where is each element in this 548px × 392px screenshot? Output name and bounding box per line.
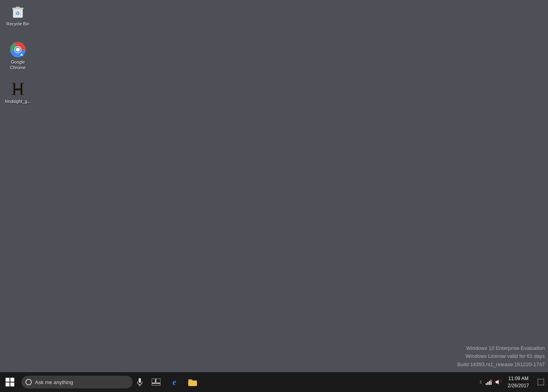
chrome-label: Google Chrome <box>4 59 32 71</box>
watermark-line1: Windows 10 Enterprise Evaluation <box>457 344 545 353</box>
hindsight-icon[interactable]: hindsight_g... <box>2 79 34 106</box>
svg-rect-17 <box>21 94 23 95</box>
system-tray: ⇧ ✕ ✕ 11:09 AM 2/26/2017 <box>477 372 548 392</box>
watermark-line2: Windows License valid for 61 days <box>457 352 545 361</box>
svg-rect-15 <box>12 94 15 95</box>
chrome-image <box>10 42 26 58</box>
volume-icon[interactable]: ✕ <box>494 378 502 386</box>
search-bar[interactable]: Ask me anything <box>21 376 133 388</box>
windows-logo-icon <box>6 378 14 386</box>
clock-date: 2/26/2017 <box>508 382 529 389</box>
svg-rect-26 <box>538 379 544 385</box>
network-icon[interactable]: ✕ <box>485 378 493 386</box>
svg-rect-23 <box>152 384 160 386</box>
svg-rect-2 <box>16 7 20 8</box>
recycle-bin-image: ♻ <box>10 4 26 19</box>
svg-rect-24 <box>188 380 197 386</box>
clock[interactable]: 11:09 AM 2/26/2017 <box>503 372 534 392</box>
svg-point-10 <box>16 48 20 52</box>
recycle-bin-label: Recycle Bin <box>6 21 29 27</box>
action-center-button[interactable] <box>534 372 548 392</box>
svg-rect-21 <box>152 378 155 383</box>
svg-marker-25 <box>496 380 499 384</box>
recycle-bin-icon[interactable]: ♻ Recycle Bin <box>2 2 34 28</box>
search-circle-icon <box>25 379 32 385</box>
search-placeholder-text: Ask me anything <box>35 379 73 385</box>
tray-expand-button[interactable]: ⇧ <box>477 380 484 385</box>
task-view-button[interactable] <box>147 372 165 392</box>
hindsight-label: hindsight_g... <box>5 98 31 104</box>
svg-rect-18 <box>139 378 141 383</box>
svg-rect-14 <box>12 83 15 84</box>
svg-rect-22 <box>156 378 160 383</box>
svg-rect-16 <box>21 83 23 84</box>
watermark: Windows 10 Enterprise Evaluation Windows… <box>454 341 548 372</box>
edge-browser-icon[interactable]: e <box>165 372 183 392</box>
desktop: ♻ Recycle Bin <box>0 0 548 372</box>
clock-time: 11:09 AM <box>508 375 529 382</box>
start-button[interactable] <box>0 372 20 392</box>
file-explorer-icon[interactable] <box>183 372 202 392</box>
hindsight-image <box>10 81 26 97</box>
watermark-line3: Build 14393.rs1_release.161220-1747 <box>457 361 545 369</box>
microphone-icon[interactable] <box>133 372 147 392</box>
taskbar: Ask me anything e ⇧ <box>0 372 548 392</box>
google-chrome-icon[interactable]: Google Chrome <box>2 40 34 72</box>
